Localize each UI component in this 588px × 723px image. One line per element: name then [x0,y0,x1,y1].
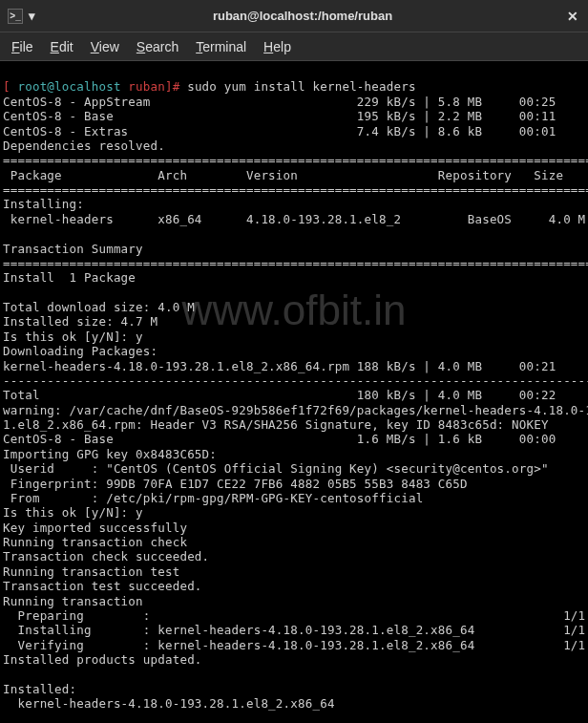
output-line: warning: /var/cache/dnf/BaseOS-929b586ef… [3,403,588,417]
output-line: Verifying : kernel-headers-4.18.0-193.28… [3,638,585,652]
output-line: Transaction check succeeded. [3,549,209,564]
close-icon[interactable]: ✕ [565,9,580,24]
output-line: CentOS-8 - Base 1.6 MB/s | 1.6 kB 00:00 [3,432,556,446]
output-line: Running transaction check [3,535,187,549]
output-line: Total download size: 4.0 M [3,300,195,314]
output-line: ----------------------------------------… [3,373,588,388]
menu-help[interactable]: Help [263,39,291,54]
output-line: Is this ok [y/N]: y [3,505,143,520]
output-line: Is this ok [y/N]: y [3,330,143,344]
menu-bar: File Edit View Search Terminal Help [0,32,588,61]
output-line: Fingerprint: 99DB 70FA E1D7 CE22 7FB6 48… [3,477,468,491]
output-line: kernel-headers-4.18.0-193.28.1.el8_2.x86… [3,359,556,373]
prompt-line: [ root@localhost ruban]# sudo yum instal… [3,79,416,94]
output-line: Transaction Summary [3,242,143,256]
output-line: Installed size: 4.7 M [3,314,158,329]
menu-file[interactable]: File [11,39,33,54]
dropdown-icon[interactable]: ▾ [29,9,40,23]
output-line: Importing GPG key 0x8483C65D: [3,447,217,461]
output-line: Preparing : 1/1 [3,608,585,623]
output-line: Installed products updated. [3,652,202,667]
output-line: Running transaction [3,594,143,608]
output-line: ========================================… [3,256,588,270]
output-line: Installing : kernel-headers-4.18.0-193.2… [3,623,585,637]
menu-search[interactable]: Search [136,39,178,54]
output-line: Userid : "CentOS (CentOS Official Signin… [3,461,549,476]
output-line: Installed: [3,682,76,696]
title-bar: >_ ▾ ruban@localhost:/home/ruban ✕ [0,0,588,32]
terminal-output[interactable]: [ root@localhost ruban]# sudo yum instal… [0,61,588,723]
output-line: CentOS-8 - AppStream 229 kB/s | 5.8 MB 0… [3,95,556,109]
output-line: Running transaction test [3,564,179,579]
output-line: Downloading Packages: [3,344,158,358]
menu-view[interactable]: View [91,39,119,54]
menu-terminal[interactable]: Terminal [196,39,246,54]
output-line: 1.el8_2.x86_64.rpm: Header V3 RSA/SHA256… [3,417,549,432]
command-text: sudo yum install kernel-headers [187,79,416,94]
output-line: Install 1 Package [3,270,136,285]
window-title: ruban@localhost:/home/ruban [40,9,565,23]
terminal-icon: >_ [8,9,23,24]
output-line: Key imported successfully [3,521,187,535]
output-line: Dependencies resolved. [3,138,165,153]
output-line: ========================================… [3,182,588,197]
output-line: Package Arch Version Repository Size [3,168,563,182]
output-line: Installing: [3,197,84,211]
output-line: Total 180 kB/s | 4.0 MB 00:22 [3,388,556,402]
output-line: ========================================… [3,153,588,167]
menu-edit[interactable]: Edit [51,39,74,54]
output-line: CentOS-8 - Extras 7.4 kB/s | 8.6 kB 00:0… [3,124,556,138]
output-line: CentOS-8 - Base 195 kB/s | 2.2 MB 00:11 [3,109,556,123]
output-line: kernel-headers-4.18.0-193.28.1.el8_2.x86… [3,696,335,711]
output-line: Transaction test succeeded. [3,579,202,593]
output-line: kernel-headers x86_64 4.18.0-193.28.1.el… [3,212,585,226]
output-line: From : /etc/pki/rpm-gpg/RPM-GPG-KEY-cent… [3,491,423,505]
